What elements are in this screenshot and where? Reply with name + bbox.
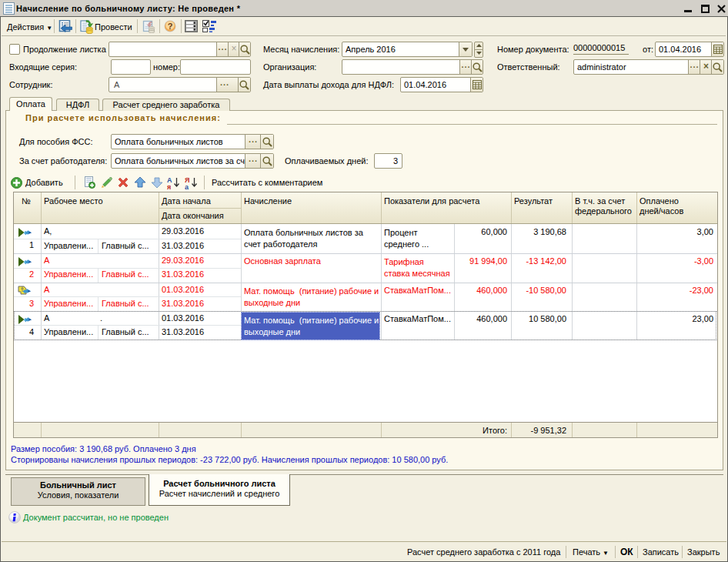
svg-text:я: я xyxy=(167,183,171,190)
svg-text:?: ? xyxy=(168,22,173,31)
